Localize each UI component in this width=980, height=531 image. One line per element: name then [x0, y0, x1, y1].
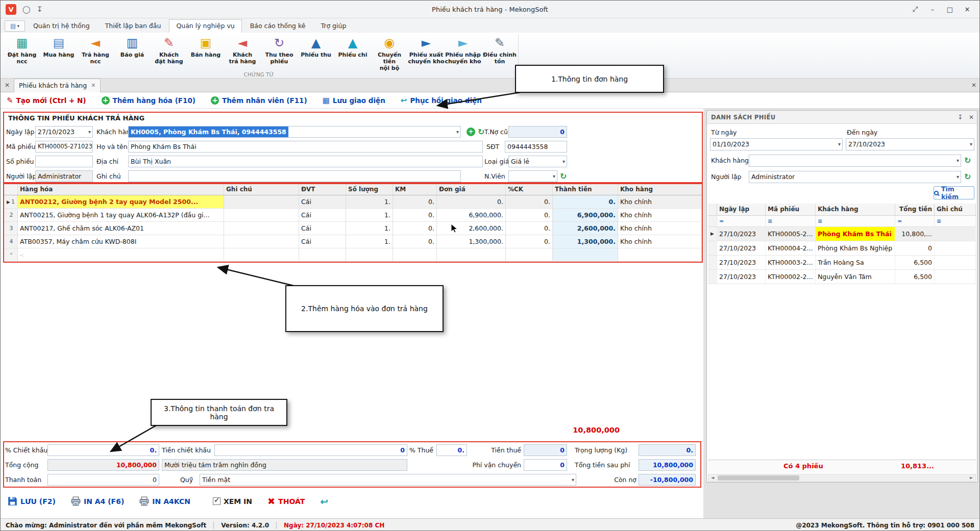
panel-khach-hang-combo[interactable] — [749, 155, 961, 167]
cell-ck[interactable]: 0. — [506, 195, 553, 208]
tab-close-icon[interactable]: ✕ — [91, 82, 95, 89]
cell-ghi-chu[interactable] — [224, 209, 299, 221]
filter-cell-tong-tien[interactable]: = — [895, 216, 935, 226]
items-table-row[interactable]: ▶1 ANT00212, Giường bệnh 2 tay quay Mode… — [4, 195, 702, 209]
pin-icon[interactable]: ↧ — [37, 5, 43, 13]
window-control-button[interactable]: – — [924, 3, 941, 15]
window-control-button[interactable]: ✕ — [959, 3, 975, 15]
items-table-row[interactable]: 2 ANT00215, Giường bệnh 1 tay quay ALK06… — [4, 209, 702, 222]
ngay-lap-input[interactable]: 27/10/2023 — [35, 126, 93, 138]
scroll-right-icon[interactable]: ► — [967, 474, 975, 482]
ghi-chu-input[interactable] — [128, 170, 461, 182]
receipt-list-row[interactable]: 27/10/2023 KTH00003-2... Trần Hoàng Sa 6… — [708, 256, 976, 270]
cell-don-gia[interactable]: 0. — [437, 195, 506, 208]
col-don-gia[interactable]: Đơn giá — [437, 184, 506, 195]
panel-pin-icon[interactable]: ↧ — [954, 114, 966, 121]
col-kho-hang[interactable]: Kho hàng — [618, 184, 702, 195]
cell-km[interactable]: 0. — [393, 209, 437, 221]
quy-dropdown[interactable]: Tiền mặt — [200, 474, 576, 486]
col-thanh-tien[interactable]: Thành tiền — [553, 184, 618, 195]
toolbar-tool-button[interactable]: ▣ Bán hàng — [187, 35, 224, 58]
cell-ck[interactable]: 0. — [506, 222, 553, 235]
cell-ghi-chu[interactable] — [935, 256, 976, 269]
cell-khach-hang[interactable]: Phòng Khám Bs Thái — [816, 227, 895, 241]
cell-khach-hang[interactable]: Nguyễn Văn Tám — [816, 270, 895, 284]
cell-khach-hang[interactable]: Trần Hoàng Sa — [816, 256, 895, 269]
print-a4kcn-button[interactable]: IN A4KCN — [139, 496, 190, 506]
cell-so-luong[interactable]: 1. — [346, 195, 393, 208]
toolbar-tool-button[interactable]: ◉ Chuyển tiền nội bộ — [371, 35, 408, 72]
filter-cell-ma-phieu[interactable]: ≡ — [766, 216, 816, 226]
window-control-button[interactable]: □ — [942, 3, 958, 15]
ribbon-tab[interactable]: Trợ giúp — [314, 19, 354, 33]
toolbar-tool-button[interactable]: ► Phiếu xuất chuyển kho — [408, 35, 445, 65]
receipt-list-row[interactable]: 27/10/2023 KTH00004-2... Phòng Khám Bs N… — [708, 241, 976, 256]
filter-cell-khach-hang[interactable]: ≡ — [816, 216, 895, 226]
cell-ngay-lap[interactable]: 27/10/2023 — [717, 227, 766, 241]
print-a4-button[interactable]: IN A4 (F6) — [71, 496, 124, 506]
save-button[interactable]: LƯU (F2) — [8, 496, 56, 506]
col-ngay-lap[interactable]: Ngày lập — [717, 204, 766, 215]
toolbar-tool-button[interactable]: ► Phiếu nhập chuyển kho — [445, 35, 481, 65]
cell-ghi-chu[interactable] — [224, 195, 299, 208]
col-ma-phieu[interactable]: Mã phiếu — [766, 204, 816, 215]
cell-hang-hoa[interactable]: ANT00212, Giường bệnh 2 tay quay Model 2… — [18, 195, 224, 208]
cell-kho-hang[interactable]: Kho chính — [618, 195, 702, 208]
panel-nguoi-lap-combo[interactable]: Administrator — [749, 171, 961, 183]
ribbon-tab[interactable]: Quản trị hệ thống — [26, 19, 97, 33]
cell-ngay-lap[interactable]: 27/10/2023 — [717, 256, 766, 269]
ribbon-tab[interactable]: Báo cáo thống kê — [243, 19, 313, 33]
cell-hang-hoa[interactable]: -: — [18, 248, 224, 261]
ma-phieu-input[interactable]: KTH00005-271023 — [35, 141, 93, 153]
sdt-input[interactable]: 0944443558 — [505, 141, 567, 153]
cell-km[interactable] — [393, 248, 437, 261]
add-customer-icon[interactable]: + — [467, 128, 475, 136]
items-table-row[interactable]: 3 ANT00217, Ghế chăm sóc ALK06-AZ01 Cái … — [4, 222, 702, 235]
cell-ghi-chu[interactable] — [224, 222, 299, 235]
cell-dvt[interactable] — [299, 248, 346, 261]
col-khach-hang[interactable]: Khách hàng — [816, 204, 895, 215]
cell-so-luong[interactable]: 1. — [346, 235, 393, 248]
cell-ghi-chu[interactable] — [224, 235, 299, 248]
cell-don-gia[interactable] — [437, 248, 506, 261]
cell-km[interactable]: 0. — [393, 235, 437, 248]
receipt-list-row[interactable]: 27/10/2023 KTH00002-2... Nguyễn Văn Tám … — [708, 270, 976, 284]
col-dvt[interactable]: ĐVT — [299, 184, 346, 195]
col-km[interactable]: KM — [393, 184, 437, 195]
cell-thanh-tien[interactable]: 1,300,000. — [553, 235, 618, 248]
receipt-list-row[interactable]: ▶ 27/10/2023 KTH00005-2... Phòng Khám Bs… — [708, 227, 976, 241]
so-phieu-input[interactable] — [35, 156, 93, 167]
cell-ma-phieu[interactable]: KTH00002-2... — [766, 270, 816, 284]
col-so-luong[interactable]: Số lượng — [346, 184, 393, 195]
cell-thanh-tien[interactable] — [553, 248, 618, 261]
toolbar-tool-button[interactable]: ▤ Mua hàng — [40, 35, 77, 58]
action-bar-button[interactable]: + Thêm hàng hóa (F10) — [102, 96, 195, 105]
cell-so-luong[interactable] — [346, 248, 393, 261]
tu-ngay-input[interactable]: 01/10/2023 — [710, 138, 843, 150]
scroll-left-icon[interactable]: ◄ — [708, 474, 717, 482]
tabbar-close-icon[interactable]: ✕ — [971, 82, 976, 89]
filter-cell-ghi-chu[interactable]: ≡ — [935, 216, 976, 226]
cell-km[interactable]: 0. — [393, 195, 437, 208]
refresh-staff-icon[interactable] — [560, 170, 567, 182]
cell-don-gia[interactable]: 2,600,000. — [437, 222, 506, 235]
col-hang-hoa[interactable]: Hàng hóa — [18, 184, 224, 195]
thanh-toan-input[interactable]: 0 — [47, 474, 159, 486]
scrollbar-thumb[interactable] — [718, 475, 799, 481]
exit-button[interactable]: ✖ THOÁT — [267, 496, 305, 507]
items-table-row[interactable]: 4 ATB00357, Máy châm cứu KWD-808I Cái 1.… — [4, 235, 702, 248]
cell-kho-hang[interactable] — [618, 248, 702, 261]
cell-don-gia[interactable]: 6,900,000. — [437, 209, 506, 221]
toolbar-tool-button[interactable]: ↻ Thu theo phiếu — [261, 35, 298, 65]
cell-kho-hang[interactable]: Kho chính — [618, 235, 702, 248]
cell-tong-tien[interactable]: 6,500 — [895, 256, 935, 269]
toolbar-tool-button[interactable]: ◄ Trả hàng ncc — [77, 35, 114, 65]
thue-pct-input[interactable]: 0. — [436, 444, 467, 456]
cell-km[interactable]: 0. — [393, 222, 437, 235]
cell-tong-tien[interactable]: 10,800,... — [895, 227, 935, 241]
filter-cell-ngay-lap[interactable]: = — [717, 216, 766, 226]
cell-khach-hang[interactable]: Phòng Khám Bs Nghiệp — [816, 241, 895, 255]
cell-ghi-chu[interactable] — [935, 270, 976, 284]
cell-dvt[interactable]: Cái — [299, 195, 346, 208]
panel-refresh-customer-icon[interactable] — [964, 155, 971, 166]
